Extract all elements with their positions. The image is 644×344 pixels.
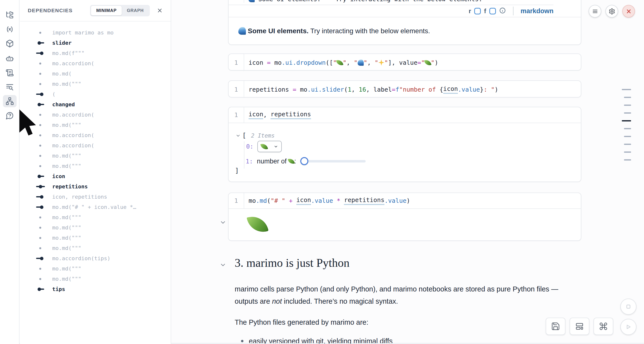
minimap-cell-label: import marimo as mo [52,30,114,36]
minimap-cell-label: mo.accordion( [52,112,94,118]
minimap-cell-row[interactable]: mo.md(""" [20,263,171,274]
code-editor[interactable]: 1 mo.md("# " + icon.value * repetitions.… [228,193,581,209]
minimap-cell-row[interactable]: ( [20,89,171,99]
cell-position-mark[interactable] [624,144,631,145]
minimap-cell-row[interactable]: mo.md(""" [20,233,171,243]
minimap-cell-label: mo.md("# " + icon.value *… [52,204,136,210]
cell-dependency-marker-icon [36,62,45,65]
close-panel-button[interactable] [156,7,164,14]
minimap-cell-row[interactable]: mo.md(""" [20,243,171,253]
tab-graph[interactable]: GRAPH [122,6,149,15]
minimap-cell-row[interactable]: mo.md( [20,68,171,79]
cell-position-mark[interactable] [624,112,631,114]
minimap-cell-label: mo.md(f""" [52,50,84,56]
leaf-emoji [424,59,432,66]
layout-button[interactable] [570,318,589,335]
shutdown-button[interactable] [622,5,635,18]
cell-position-mark[interactable] [624,105,631,106]
snippets-button[interactable] [3,81,16,93]
help-button[interactable] [3,109,16,122]
logs-button[interactable] [3,67,16,79]
file-tree-button[interactable] [3,9,16,21]
dependencies-button[interactable] [3,95,16,107]
cell-dependency-marker-icon [36,257,45,260]
info-button[interactable] [499,7,506,15]
file-tree-icon [6,11,14,19]
cell-position-mark[interactable] [624,128,631,129]
minimap-cell-row[interactable]: mo.md(""" [20,161,171,171]
repetitions-slider[interactable] [301,160,366,162]
info-icon [499,7,506,14]
minimap-cell-row[interactable]: mo.accordion(tips) [20,253,171,263]
icon-dropdown-select[interactable] [257,141,282,152]
minimap-cell-row[interactable]: repetitions [20,181,171,192]
minimap-cell-label: mo.md(""" [52,153,81,159]
minimap-cell-row[interactable]: icon [20,171,171,181]
tree-output: [ 2 Items 0: 1: number of : ] [228,123,581,182]
code-line: repetitions = mo.ui.slider(1, 16, label=… [244,85,498,94]
tab-minimap[interactable]: MINIMAP [91,6,122,15]
dependency-graph-icon [6,97,14,105]
cell-position-minimap [622,89,631,167]
cell-position-mark[interactable] [622,120,631,121]
minimap-cell-label: mo.md(""" [52,122,81,128]
save-button[interactable] [546,318,566,335]
toolbar-divider [513,7,514,15]
keyboard-shortcuts-button[interactable] [594,318,613,335]
cell-output [228,209,581,240]
line-number: 1 [228,54,244,71]
collapse-section-button[interactable] [220,262,226,268]
stop-button[interactable] [620,298,636,315]
minimap-cell-row[interactable]: mo.md(""" [20,79,171,89]
cell-position-mark[interactable] [624,151,631,153]
slider-label: number of : [257,157,298,165]
cell-dependency-marker-icon [36,82,45,86]
minimap-cell-row[interactable]: tips [20,284,171,294]
code-editor[interactable]: 1 icon = mo.ui.dropdown(["", "", ""], va… [228,54,581,71]
cell-position-mark[interactable] [624,97,631,98]
minimap-cell-row[interactable]: import marimo as mo [20,27,171,38]
variables-button[interactable] [3,23,16,35]
ai-assistant-button[interactable] [3,52,16,65]
cell-dependency-marker-icon [36,92,45,96]
minimap-cell-row[interactable]: mo.md("# " + icon.value *… [20,202,171,212]
packages-button[interactable] [3,37,16,50]
f-toggle-checkbox[interactable] [489,8,496,15]
minimap-cell-row[interactable]: mo.md(""" [20,222,171,233]
code-editor[interactable]: 1 Some UI elements.** Try interacting wi… [228,0,581,5]
markdown-language-toggle[interactable]: markdown [520,7,554,15]
run-play-icon [624,323,632,331]
minimap-cell-row[interactable]: mo.accordion( [20,140,171,150]
minimap-cell-row[interactable]: mo.md(""" [20,274,171,284]
notebook-menu-button[interactable] [589,5,601,18]
cell-dependency-marker-icon [36,41,45,45]
slider-thumb[interactable] [300,157,308,165]
cell-position-mark[interactable] [622,89,631,90]
cell-position-mark[interactable] [624,159,631,160]
collapse-tree-button[interactable] [236,133,240,138]
minimap-cell-row[interactable]: mo.md(""" [20,150,171,161]
minimap-cell-row[interactable]: changed [20,99,171,109]
minimap-cell-row[interactable]: slider [20,38,171,48]
cell-icon-repetitions: 1 icon, repetitions [ 2 Items 0: 1: numb… [228,107,581,182]
mouse-cursor [18,109,43,136]
settings-button[interactable] [606,5,618,18]
section-heading: 3. marimo is just Python [235,256,576,269]
code-line: icon = mo.ui.dropdown(["", "", ""], valu… [244,59,438,66]
code-editor[interactable]: 1 repetitions = mo.ui.slider(1, 16, labe… [228,81,581,98]
minimap-cell-row[interactable]: mo.md(f""" [20,48,171,58]
r-toggle-checkbox[interactable] [474,8,481,15]
minimap-cell-row[interactable]: icon, repetitions [20,192,171,202]
minimap-cell-label: mo.md(""" [52,245,81,251]
menu-icon [592,8,598,15]
minimap-cell-row[interactable]: mo.md(""" [20,212,171,222]
collapse-output-button[interactable] [220,219,226,225]
activity-rail [0,0,20,344]
snippets-search-icon [6,83,14,91]
minimap-cell-row[interactable]: mo.accordion( [20,58,171,68]
cell-position-mark[interactable] [624,136,631,137]
code-editor[interactable]: 1 icon, repetitions [228,107,581,123]
run-controls [620,298,636,335]
window-controls [589,5,635,18]
run-all-button[interactable] [620,319,636,335]
